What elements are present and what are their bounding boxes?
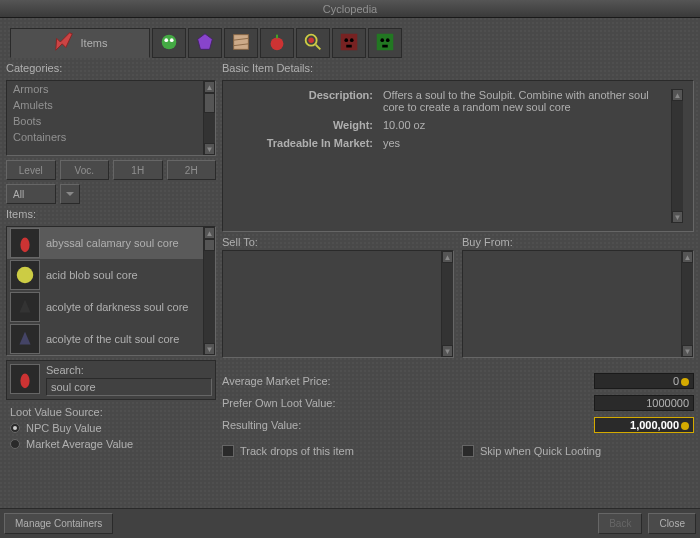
tab-bosstiary2[interactable] — [368, 28, 402, 58]
filter-dropdown-toggle[interactable] — [60, 184, 80, 204]
chevron-down-icon — [66, 192, 74, 196]
magnifier-icon — [302, 31, 324, 55]
scroll-down-icon[interactable]: ▼ — [672, 211, 683, 223]
detail-value: yes — [383, 137, 665, 149]
categories-scrollbar[interactable]: ▲ ▼ — [203, 81, 215, 155]
detail-key: Description: — [233, 89, 373, 113]
track-drops-checkbox[interactable] — [222, 445, 234, 457]
loot-source-label: Loot Value Source: — [10, 406, 212, 418]
items-scrollbar[interactable]: ▲ ▼ — [203, 227, 215, 355]
details-scrollbar[interactable]: ▲ ▼ — [671, 89, 683, 223]
svg-marker-3 — [198, 34, 213, 50]
svg-point-12 — [350, 38, 354, 42]
filter-2h-button[interactable]: 2H — [167, 160, 217, 180]
list-item[interactable]: acolyte of darkness soul core — [7, 291, 203, 323]
filter-1h-button[interactable]: 1H — [113, 160, 163, 180]
radio-label: NPC Buy Value — [26, 422, 102, 434]
scroll-down-icon[interactable]: ▼ — [442, 345, 453, 357]
sword-icon — [53, 31, 75, 55]
category-item[interactable]: Amulets — [7, 97, 203, 113]
details-title: Basic Item Details: — [222, 62, 694, 74]
svg-point-0 — [162, 35, 177, 50]
back-button: Back — [598, 513, 642, 534]
details-panel: Description:Offers a soul to the Soulpit… — [222, 80, 694, 232]
scroll-thumb[interactable] — [204, 93, 215, 113]
tab-bar: Items — [6, 24, 694, 58]
category-item[interactable]: Containers — [7, 129, 203, 145]
tab-items-label: Items — [81, 37, 108, 49]
tab-map[interactable] — [224, 28, 258, 58]
manage-containers-button[interactable]: Manage Containers — [4, 513, 113, 534]
scroll-up-icon[interactable]: ▲ — [442, 251, 453, 263]
item-icon — [10, 260, 40, 290]
filter-voc-button[interactable]: Voc. — [60, 160, 110, 180]
svg-rect-14 — [377, 34, 394, 51]
creature-icon — [158, 31, 180, 55]
scroll-down-icon[interactable]: ▼ — [204, 343, 215, 355]
resulting-value: 1,000,000 — [594, 417, 694, 433]
footer: Manage Containers Back Close — [0, 508, 700, 538]
scroll-up-icon[interactable]: ▲ — [682, 251, 693, 263]
category-item[interactable]: Boots — [7, 113, 203, 129]
item-icon — [10, 324, 40, 354]
sell-to-label: Sell To: — [222, 236, 454, 248]
radio-market-avg[interactable]: Market Average Value — [10, 436, 212, 452]
filter-all-dropdown[interactable]: All — [6, 184, 56, 204]
scroll-up-icon[interactable]: ▲ — [672, 89, 683, 101]
list-item-label: abyssal calamary soul core — [46, 237, 179, 250]
map-icon — [230, 31, 252, 55]
list-item[interactable]: acid blob soul core — [7, 259, 203, 291]
svg-point-11 — [344, 38, 348, 42]
rune-icon — [194, 31, 216, 55]
svg-rect-6 — [276, 35, 278, 39]
buy-from-list: ▲▼ — [462, 250, 694, 358]
scroll-up-icon[interactable]: ▲ — [204, 227, 215, 239]
sell-scrollbar[interactable]: ▲▼ — [441, 251, 453, 357]
list-item[interactable]: acolyte of the cult soul core — [7, 323, 203, 355]
tab-houses[interactable] — [260, 28, 294, 58]
scroll-thumb[interactable] — [204, 239, 215, 251]
scroll-down-icon[interactable]: ▼ — [204, 143, 215, 155]
pref-loot-input[interactable]: 1000000 — [594, 395, 694, 411]
detail-key: Tradeable In Market: — [233, 137, 373, 149]
coin-icon — [681, 422, 689, 430]
svg-line-8 — [316, 45, 321, 50]
svg-point-19 — [17, 267, 34, 284]
buy-scrollbar[interactable]: ▲▼ — [681, 251, 693, 357]
list-item[interactable]: abyssal calamary soul core — [7, 227, 203, 259]
tab-items[interactable]: Items — [10, 28, 150, 58]
detail-value: 10.00 oz — [383, 119, 665, 131]
category-item[interactable]: Armors — [7, 81, 203, 97]
radio-npc-buy[interactable]: NPC Buy Value — [10, 420, 212, 436]
radio-label: Market Average Value — [26, 438, 133, 450]
tab-charms[interactable] — [188, 28, 222, 58]
svg-point-2 — [170, 38, 174, 42]
filter-level-button[interactable]: Level — [6, 160, 56, 180]
close-button[interactable]: Close — [648, 513, 696, 534]
svg-point-20 — [20, 374, 29, 389]
search-item-icon — [10, 364, 40, 394]
tab-inspect[interactable] — [296, 28, 330, 58]
sell-to-list: ▲▼ — [222, 250, 454, 358]
tab-bestiary[interactable] — [152, 28, 186, 58]
svg-point-16 — [386, 38, 390, 42]
list-item-label: acolyte of the cult soul core — [46, 333, 179, 346]
svg-rect-4 — [234, 35, 249, 50]
items-label: Items: — [6, 208, 216, 220]
skip-looting-label: Skip when Quick Looting — [480, 445, 601, 457]
radio-icon — [10, 423, 20, 433]
item-icon — [10, 228, 40, 258]
skull-green-icon — [374, 31, 396, 55]
item-icon — [10, 292, 40, 322]
detail-key: Weight: — [233, 119, 373, 131]
scroll-up-icon[interactable]: ▲ — [204, 81, 215, 93]
search-input[interactable] — [46, 378, 212, 396]
track-drops-label: Track drops of this item — [240, 445, 354, 457]
tab-bosstiary[interactable] — [332, 28, 366, 58]
categories-list: Armors Amulets Boots Containers ▲ ▼ — [6, 80, 216, 156]
scroll-down-icon[interactable]: ▼ — [682, 345, 693, 357]
skip-looting-checkbox[interactable] — [462, 445, 474, 457]
list-item-label: acid blob soul core — [46, 269, 138, 282]
list-item-label: acolyte of darkness soul core — [46, 301, 188, 314]
items-list: abyssal calamary soul core acid blob sou… — [6, 226, 216, 356]
